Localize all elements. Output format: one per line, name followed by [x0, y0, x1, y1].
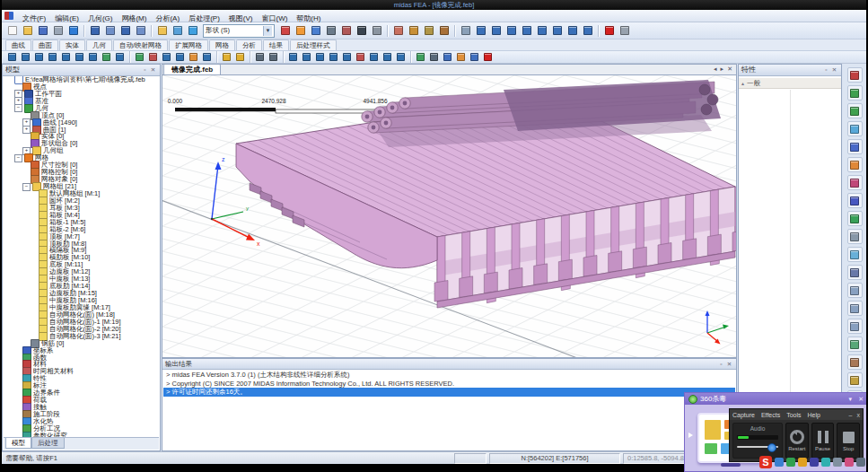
select-none-icon[interactable] — [277, 23, 293, 39]
ribbon-tab[interactable]: 曲线 — [5, 39, 31, 50]
display-tray-icon[interactable] — [833, 458, 842, 467]
new-file-icon[interactable] — [4, 23, 20, 39]
open-folder-icon[interactable] — [20, 23, 35, 39]
solid-cone-icon[interactable] — [427, 51, 441, 64]
tool-tray-icon[interactable] — [856, 458, 865, 467]
delete-icon[interactable] — [601, 23, 617, 39]
offset-tool-icon[interactable] — [113, 51, 127, 64]
midpoint-snap-icon[interactable] — [504, 23, 519, 39]
ribbon-tab[interactable]: 分析 — [236, 39, 262, 50]
flash2-tool-icon[interactable] — [233, 51, 247, 64]
trim-tool-icon[interactable] — [146, 51, 160, 64]
label-display-icon[interactable] — [847, 372, 863, 388]
ribbon-tab[interactable]: 网格 — [209, 39, 235, 50]
iso-view-icon[interactable] — [847, 319, 863, 334]
tree-expander-icon[interactable]: − — [14, 104, 22, 112]
center-snap-icon[interactable] — [534, 23, 549, 39]
grid-snap-icon[interactable] — [580, 23, 595, 39]
zoom-fit-icon[interactable] — [847, 85, 863, 101]
menu-item[interactable]: 后处理(P) — [184, 14, 224, 22]
undo-icon[interactable] — [87, 23, 102, 39]
pan-view-icon[interactable] — [847, 139, 863, 154]
redo-icon[interactable] — [118, 23, 133, 39]
ellipse-tool-icon[interactable] — [86, 51, 100, 64]
link-icon[interactable] — [369, 23, 384, 39]
model-tree-header[interactable]: 模型 ▫ ✕ — [3, 65, 160, 76]
collapse-icon[interactable]: ▴ — [741, 80, 744, 86]
close-icon[interactable]: ✕ — [830, 65, 838, 75]
output-panel-header[interactable]: 输出结果 ▫ ✕ — [162, 359, 736, 370]
menu-item[interactable]: 窗口(W) — [257, 14, 292, 22]
recorder-menu-item[interactable]: Effects — [761, 412, 780, 418]
ribbon-tab[interactable]: 自动/映射网格 — [113, 39, 168, 50]
render-solid-icon[interactable] — [847, 193, 863, 208]
rectangle-tool-icon[interactable] — [46, 51, 59, 64]
recorder-pause-button[interactable]: Pause — [811, 423, 835, 459]
tree-expander-icon[interactable]: − — [22, 183, 31, 191]
undo-history-icon[interactable] — [102, 23, 118, 39]
circle-tool-icon[interactable] — [73, 51, 86, 64]
dynamic-view-icon[interactable] — [847, 67, 863, 83]
wireframe-icon[interactable] — [847, 229, 863, 244]
arc-tool-icon[interactable] — [32, 51, 46, 64]
save-icon[interactable] — [35, 23, 50, 39]
tree-item[interactable]: −几何 — [4, 105, 159, 112]
pin-icon[interactable]: ▫ — [717, 359, 725, 370]
divide-tool-icon[interactable] — [173, 51, 187, 64]
ribbon-tab[interactable]: 几何 — [86, 39, 112, 50]
grid-icon[interactable] — [458, 23, 473, 39]
tree-item[interactable]: 耳板 [M:3] — [4, 205, 159, 212]
project-tool-icon[interactable] — [200, 51, 214, 64]
node-display-icon[interactable] — [847, 354, 863, 370]
menu-item[interactable]: 文件(F) — [18, 14, 50, 22]
pick-cursor-icon[interactable] — [323, 23, 338, 39]
rotate-tool-icon[interactable] — [454, 51, 468, 64]
delete-geometry-icon[interactable] — [481, 51, 495, 64]
solid-box-icon[interactable] — [414, 51, 427, 64]
point-snap-icon[interactable] — [473, 23, 488, 39]
spline-tool-icon[interactable] — [100, 51, 113, 64]
menu-item[interactable]: 视图(V) — [224, 14, 258, 22]
move-tool-icon[interactable] — [441, 51, 454, 64]
lock-icon[interactable] — [617, 23, 632, 39]
find-entity-icon[interactable] — [354, 23, 369, 39]
tree-expander-icon[interactable]: − — [14, 154, 22, 162]
minimize-icon[interactable]: – — [849, 412, 853, 418]
close-icon[interactable]: ✕ — [725, 359, 733, 370]
tree-item[interactable]: 实体 [0] — [4, 134, 159, 141]
fillet-tool-icon[interactable] — [160, 51, 173, 64]
viewport-tab[interactable]: 镜像完成.feb — [163, 64, 221, 74]
corner-tool-icon[interactable] — [286, 51, 300, 64]
merge-tool-icon[interactable] — [187, 51, 200, 64]
properties-header[interactable]: 特性 ▫ ✕ — [739, 65, 841, 76]
intersection-snap-icon[interactable] — [565, 23, 580, 39]
polygon-tool-icon[interactable] — [59, 51, 73, 64]
slider-knob-icon[interactable] — [767, 443, 776, 452]
shape-filter-combo[interactable]: 形状 (S) ▼ — [203, 24, 275, 38]
pin-icon[interactable]: ▫ — [141, 65, 149, 75]
ribbon-tab[interactable]: 曲面 — [32, 39, 58, 50]
close-icon[interactable]: ✕ — [858, 396, 864, 403]
rotate-view-icon[interactable] — [847, 157, 863, 172]
work-plane-icon[interactable] — [308, 23, 323, 39]
sogou-tray-icon[interactable]: S — [759, 456, 772, 468]
tree-expander-icon[interactable]: + — [22, 126, 31, 134]
cross-tool-icon[interactable] — [340, 51, 354, 64]
ribbon-tab[interactable]: 结果 — [263, 39, 289, 50]
ribbon-tab[interactable]: 后处理样式 — [290, 39, 337, 50]
tangent-tool-icon[interactable] — [313, 51, 327, 64]
tree-item[interactable]: 默认网格组 [M:1] — [4, 190, 159, 197]
ribbon-tab[interactable]: 扩展网格 — [169, 39, 208, 50]
select-probe2-icon[interactable] — [267, 51, 280, 64]
tree-item[interactable]: 网格控制 [0] — [4, 169, 159, 176]
menu-item[interactable]: 几何(G) — [83, 14, 118, 22]
recorder-menu-item[interactable]: Capture — [732, 412, 755, 418]
dash-tool-icon[interactable] — [394, 51, 408, 64]
output-log[interactable]: > midas FEA Version 3.7.0 (1) (土木结构非线性详细… — [163, 371, 735, 450]
extend-tool-icon[interactable] — [133, 51, 146, 64]
select-probe-icon[interactable] — [253, 51, 267, 64]
tree-item[interactable]: 自动网格化(面)-3 [M:21] — [4, 333, 159, 340]
globe-icon[interactable] — [185, 23, 200, 39]
zoom-window-icon[interactable] — [847, 103, 863, 118]
perpendicular-snap-icon[interactable] — [519, 23, 534, 39]
